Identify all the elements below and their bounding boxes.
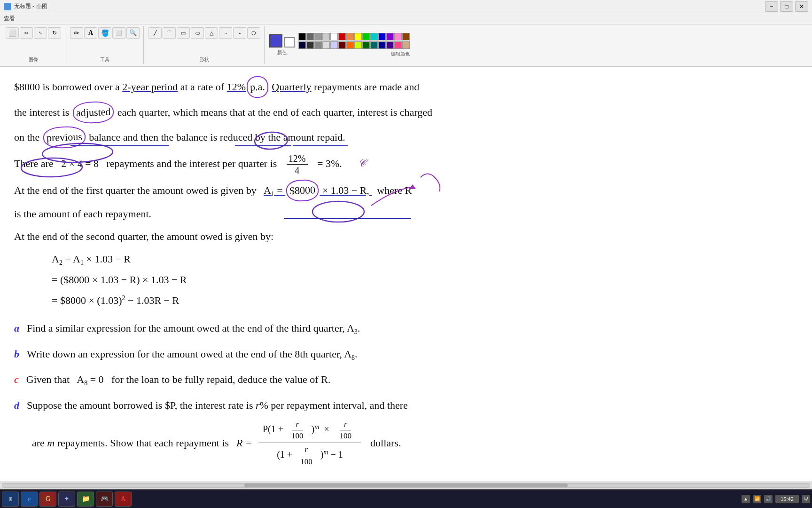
star-btn[interactable]: ⋆ bbox=[233, 27, 246, 39]
part-d-label: d bbox=[14, 396, 19, 415]
color-red1[interactable] bbox=[338, 33, 346, 40]
minimize-button[interactable]: － bbox=[765, 1, 778, 12]
oval-btn[interactable]: ⬭ bbox=[191, 27, 204, 39]
taskbar-btn4[interactable]: 📁 bbox=[77, 492, 94, 507]
triangle-btn[interactable]: △ bbox=[205, 27, 218, 39]
color-black[interactable] bbox=[298, 33, 306, 40]
color-blue2[interactable] bbox=[378, 41, 386, 49]
shape-buttons: ╱ ⌒ ▭ ⬭ △ → ⋆ ⬡ bbox=[148, 27, 260, 39]
fraction-numerator: P(1 + r 100 )m × r 100 bbox=[259, 418, 361, 444]
underline-quarterly: Quarterly bbox=[272, 81, 311, 93]
color-gray3[interactable] bbox=[322, 33, 330, 40]
taskbar-icon5: 🎮 bbox=[101, 495, 109, 503]
taskbar-icon6: A bbox=[121, 495, 125, 503]
color-orange1[interactable] bbox=[346, 33, 354, 40]
underline-2year: 2-year period bbox=[122, 81, 178, 93]
color-khaki[interactable] bbox=[402, 41, 410, 49]
part-d-row: d Suppose the amount borrowed is $P, the… bbox=[14, 396, 798, 415]
color-teal2[interactable] bbox=[370, 41, 378, 49]
menu-item-view[interactable]: 查看 bbox=[4, 15, 15, 23]
rotate-btn[interactable]: ↻ bbox=[48, 27, 61, 39]
line-btn[interactable]: ╱ bbox=[148, 27, 162, 39]
fraction-12pct-4: 12% 4 bbox=[287, 153, 308, 176]
scroll-thumb[interactable] bbox=[244, 484, 567, 487]
window-controls[interactable]: － □ ✕ bbox=[765, 1, 808, 12]
part-d-text2: are m repayments. Show that each repayme… bbox=[32, 434, 229, 452]
circle-previous: previous bbox=[43, 126, 86, 149]
color-white[interactable] bbox=[330, 33, 338, 40]
color-darkgray[interactable] bbox=[306, 41, 314, 49]
r-over-100-3: r 100 bbox=[297, 444, 316, 468]
text-btn[interactable]: A bbox=[84, 27, 97, 39]
close-button[interactable]: ✕ bbox=[795, 1, 808, 12]
color-green1[interactable] bbox=[362, 33, 370, 40]
arrow-btn[interactable]: → bbox=[219, 27, 232, 39]
circle-pa: p.a. bbox=[246, 76, 268, 98]
magnify-btn[interactable]: 🔍 bbox=[126, 27, 140, 39]
start-button[interactable]: ⊞ bbox=[2, 492, 19, 507]
color-blue1[interactable] bbox=[378, 33, 386, 40]
resize-btn[interactable]: ⤡ bbox=[34, 27, 47, 39]
polygon-btn[interactable]: ⬡ bbox=[247, 27, 260, 39]
scroll-track[interactable] bbox=[2, 483, 810, 488]
part-b-row: b Write down an expression for the amoun… bbox=[14, 345, 798, 364]
crop-btn[interactable]: ✂ bbox=[20, 27, 33, 39]
circle-adjusted: adjusted bbox=[72, 101, 114, 124]
color-lime[interactable] bbox=[354, 41, 362, 49]
clock: 16:42 bbox=[775, 495, 799, 503]
browser-icon: e bbox=[27, 495, 31, 503]
eraser-btn[interactable]: ⬜ bbox=[112, 27, 125, 39]
color-purple1[interactable] bbox=[386, 33, 394, 40]
fill-btn[interactable]: 🪣 bbox=[98, 27, 111, 39]
equations-block: A2 = A1 × 1.03 − R = ($8000 × 1.03 − R) … bbox=[52, 250, 798, 310]
color1-swatch[interactable] bbox=[269, 34, 282, 48]
title-bar: 无标题 - 画图 － □ ✕ bbox=[0, 0, 812, 13]
scrollbar-area bbox=[0, 481, 812, 489]
color-darkred[interactable] bbox=[338, 41, 346, 49]
underline-12pct: 12%p.a. bbox=[227, 81, 269, 93]
taskbar-btn2[interactable]: G bbox=[39, 492, 56, 507]
part-a-label: a bbox=[14, 319, 19, 338]
part-c-label: c bbox=[14, 370, 19, 389]
color-teal1[interactable] bbox=[370, 33, 378, 40]
color-lightblue[interactable] bbox=[330, 41, 338, 49]
taskbar-icon4: 📁 bbox=[82, 495, 90, 503]
image-label: 图像 bbox=[29, 56, 38, 63]
rect-btn[interactable]: ▭ bbox=[177, 27, 190, 39]
curve-btn[interactable]: ⌒ bbox=[163, 27, 176, 39]
eq2: = ($8000 × 1.03 − R) × 1.03 − R bbox=[52, 270, 798, 289]
taskbar-btn6[interactable]: A bbox=[115, 492, 132, 507]
pencil-btn[interactable]: ✏ bbox=[70, 27, 83, 39]
color-green2[interactable] bbox=[362, 41, 370, 49]
color-gray1[interactable] bbox=[306, 33, 314, 40]
app-icon bbox=[4, 3, 11, 10]
color-gray2[interactable] bbox=[314, 33, 322, 40]
color-orange2[interactable] bbox=[346, 41, 354, 49]
taskbar-btn5[interactable]: 🎮 bbox=[96, 492, 113, 507]
math-content: $8000 is borrowed over a 2-year period a… bbox=[14, 76, 798, 468]
sys-icon1: ▲ bbox=[742, 495, 750, 503]
color-lightgray[interactable] bbox=[322, 41, 330, 49]
color-midgray[interactable] bbox=[314, 41, 322, 49]
taskbar-btn3[interactable]: ✦ bbox=[58, 492, 75, 507]
a1-equation: A1 = $8000 × 1.03 − R, bbox=[264, 184, 372, 196]
color2-swatch[interactable] bbox=[284, 37, 295, 48]
notification-icon: 🗨 bbox=[802, 495, 810, 503]
color-rose[interactable] bbox=[394, 41, 402, 49]
shapes-label: 形状 bbox=[200, 56, 209, 63]
maximize-button[interactable]: □ bbox=[780, 1, 793, 12]
color-brown1[interactable] bbox=[402, 33, 410, 40]
color-yellow1[interactable] bbox=[354, 33, 362, 40]
browser-btn[interactable]: e bbox=[21, 492, 38, 507]
part-d-text: Suppose the amount borrowed is $P, the i… bbox=[27, 396, 408, 415]
select-rect-btn[interactable]: ⬜ bbox=[6, 27, 19, 39]
part-a-text: Find a similar expression for the amount… bbox=[27, 319, 360, 338]
circle-8000: $8000 bbox=[286, 179, 319, 202]
color-darkblue[interactable] bbox=[298, 41, 306, 49]
taskbar: ⊞ e G ✦ 📁 🎮 A ▲ 📶 🔊 16:42 🗨 bbox=[0, 489, 812, 508]
part-b-text: Write down an expression for the amount … bbox=[27, 345, 358, 364]
color-pink1[interactable] bbox=[394, 33, 402, 40]
toolbar-section-image: ⬜ ✂ ⤡ ↻ 图像 bbox=[2, 26, 65, 64]
color-purple2[interactable] bbox=[386, 41, 394, 49]
canvas-area: $8000 is borrowed over a 2-year period a… bbox=[0, 67, 812, 481]
